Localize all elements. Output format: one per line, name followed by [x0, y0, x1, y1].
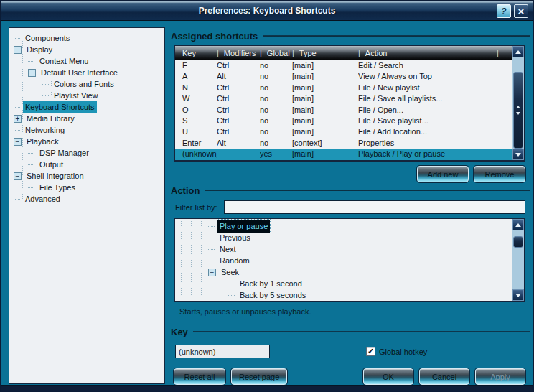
- sidebar-item-default-user-interface[interactable]: −Default User Interface: [9, 67, 164, 78]
- sidebar-item-networking[interactable]: Networking: [9, 124, 164, 136]
- add-new-button[interactable]: Add new: [417, 166, 469, 182]
- action-item-play-or-pause[interactable]: Play or pause: [175, 220, 524, 232]
- key-heading: Key: [171, 327, 188, 337]
- collapse-icon[interactable]: −: [208, 269, 216, 276]
- column-header-key[interactable]: Key: [175, 46, 217, 60]
- sidebar-item-file-types[interactable]: File Types: [9, 182, 164, 193]
- key-input[interactable]: [175, 345, 270, 358]
- shortcuts-table-body: FCtrlno[main]Edit / SearchAAltno[main]Vi…: [175, 60, 524, 160]
- sidebar-item-playback[interactable]: −Playback: [9, 136, 164, 147]
- sidebar-item-keyboard-shortcuts[interactable]: Keyboard Shortcuts: [9, 101, 164, 113]
- sidebar-item-media-library[interactable]: +Media Library: [9, 113, 164, 124]
- table-row[interactable]: WCtrlno[main]File / Save all playlists..…: [175, 93, 524, 104]
- action-item-back-by-1-second[interactable]: Back by 1 second: [175, 278, 524, 289]
- table-cell-modifiers: [217, 149, 260, 159]
- table-cell-modifiers: Alt: [217, 138, 260, 149]
- scrollbar-thumb[interactable]: [513, 72, 523, 149]
- sidebar-item-shell-integration[interactable]: −Shell Integration: [9, 170, 164, 182]
- reset-all-button[interactable]: Reset all: [174, 368, 225, 385]
- table-cell-type: [main]: [292, 60, 358, 71]
- tree-connector: [28, 182, 34, 188]
- tree-guide: [51, 81, 52, 95]
- collapse-icon[interactable]: −: [28, 69, 36, 77]
- table-cell-key: N: [175, 83, 217, 93]
- tree-guide: [37, 174, 37, 185]
- sidebar-tree[interactable]: Components−DisplayContext Menu−Default U…: [9, 27, 165, 384]
- help-button[interactable]: ?: [497, 4, 511, 18]
- column-header-type[interactable]: Type: [292, 46, 358, 60]
- tree-connector: [28, 147, 34, 154]
- collapse-icon[interactable]: −: [14, 172, 22, 180]
- table-cell-modifiers: Alt: [217, 71, 260, 82]
- scroll-down-button[interactable]: [512, 289, 524, 301]
- tree-connector: [14, 124, 20, 131]
- action-tree[interactable]: Play or pausePreviousNextRandom−SeekBack…: [174, 218, 525, 302]
- tree-connector: [208, 220, 215, 227]
- apply-button[interactable]: Apply: [475, 368, 525, 385]
- action-item-seek[interactable]: −Seek: [175, 266, 524, 278]
- action-item-back-by-5-seconds[interactable]: Back by 5 seconds: [175, 289, 524, 301]
- question-mark-icon: ?: [501, 6, 506, 17]
- table-row[interactable]: (unknown)yes[main]Playback / Play or pau…: [175, 149, 524, 159]
- collapse-icon[interactable]: −: [14, 138, 22, 146]
- action-scrollbar[interactable]: [512, 219, 524, 301]
- sidebar-item-display[interactable]: −Display: [9, 44, 164, 55]
- arrow-down-icon: [515, 153, 521, 157]
- titlebar[interactable]: Preferences: Keyboard Shortcuts ? ×: [1, 1, 533, 21]
- section-rule: [263, 35, 530, 37]
- action-item-next[interactable]: Next: [175, 243, 524, 255]
- tree-connector: [14, 101, 20, 108]
- shortcuts-table-header: KeyModifiersGlobalTypeAction: [175, 46, 524, 60]
- table-cell-key: W: [175, 93, 217, 104]
- global-hotkey-label: Global hotkey: [379, 347, 427, 356]
- window-bottom-border: [1, 385, 533, 391]
- table-cell-action: File / New playlist: [358, 83, 497, 93]
- table-row[interactable]: SCtrlno[main]File / Save playlist...: [175, 116, 524, 126]
- global-hotkey-checkbox[interactable]: ✓: [366, 347, 375, 356]
- sidebar-item-advanced[interactable]: Advanced: [9, 193, 164, 205]
- sidebar-item-playlist-view[interactable]: Playlist View: [9, 90, 164, 101]
- column-header-global[interactable]: Global: [260, 46, 292, 60]
- table-row[interactable]: FCtrlno[main]Edit / Search: [175, 60, 524, 71]
- collapse-icon[interactable]: −: [14, 46, 22, 54]
- tree-connector: [28, 55, 34, 62]
- scroll-up-button[interactable]: [512, 219, 524, 230]
- scroll-up-button[interactable]: [512, 46, 524, 57]
- sidebar-item-dsp-manager[interactable]: DSP Manager: [9, 147, 164, 159]
- shortcuts-table[interactable]: KeyModifiersGlobalTypeAction FCtrlno[mai…: [174, 45, 525, 162]
- close-button[interactable]: ×: [514, 4, 528, 18]
- remove-button[interactable]: Remove: [474, 166, 525, 182]
- filter-row: Filter list by:: [171, 200, 530, 214]
- ok-button[interactable]: OK: [363, 368, 413, 385]
- table-cell-action: File / Add location...: [358, 126, 497, 137]
- column-header-action[interactable]: Action: [358, 46, 497, 60]
- sidebar-item-context-menu[interactable]: Context Menu: [9, 55, 164, 67]
- sidebar-item-colors-and-fonts[interactable]: Colors and Fonts: [9, 78, 164, 90]
- tree-guide: [191, 221, 192, 299]
- scrollbar-thumb[interactable]: [513, 236, 523, 248]
- action-item-previous[interactable]: Previous: [175, 232, 524, 243]
- column-header-modifiers[interactable]: Modifiers: [217, 46, 260, 60]
- table-row[interactable]: UCtrlno[main]File / Add location...: [175, 126, 524, 137]
- shortcuts-scrollbar[interactable]: [512, 46, 524, 160]
- table-cell-action: Properties: [358, 138, 497, 149]
- action-item-random[interactable]: Random: [175, 255, 524, 266]
- table-cell-modifiers: Ctrl: [217, 105, 260, 116]
- table-row[interactable]: EnterAltno[context]Properties: [175, 138, 524, 149]
- table-row[interactable]: AAltno[main]View / Always on Top: [175, 71, 524, 82]
- sidebar-item-output[interactable]: Output: [9, 159, 164, 170]
- table-cell-key: F: [175, 60, 217, 71]
- table-row[interactable]: NCtrlno[main]File / New playlist: [175, 83, 524, 93]
- key-section-header: Key: [171, 326, 530, 337]
- scroll-down-button[interactable]: [512, 149, 524, 160]
- table-row[interactable]: OCtrlno[main]File / Open...: [175, 105, 524, 116]
- filter-list-label: Filter list by:: [175, 203, 224, 212]
- expand-icon[interactable]: +: [14, 115, 22, 123]
- section-rule: [193, 331, 530, 332]
- tree-connector: [42, 90, 49, 96]
- cancel-button[interactable]: Cancel: [419, 368, 469, 385]
- main-content: Assigned shortcuts KeyModifiersGlobalTyp…: [171, 26, 530, 386]
- reset-page-button[interactable]: Reset page: [231, 368, 287, 385]
- sidebar-item-components[interactable]: Components: [9, 32, 164, 44]
- filter-list-input[interactable]: [224, 200, 525, 214]
